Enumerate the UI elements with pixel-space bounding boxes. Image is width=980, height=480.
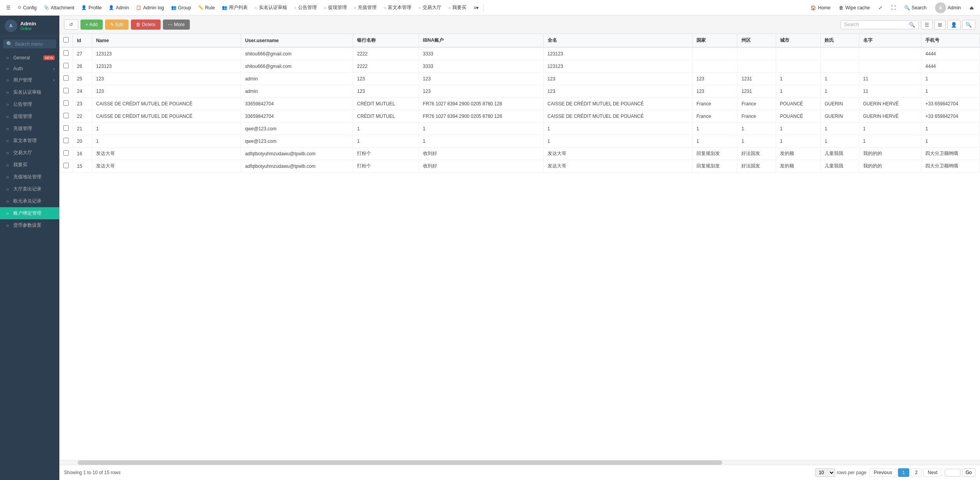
row-select-checkbox[interactable] [63, 88, 69, 93]
row-select-checkbox[interactable] [63, 138, 69, 143]
th-city: 城市 [776, 34, 820, 47]
nav-withdrawal[interactable]: ○ 提现管理 [321, 3, 350, 12]
cell-city [776, 60, 820, 73]
nav-announcement[interactable]: ○ 公告管理 [291, 3, 320, 12]
sidebar-item-richtext[interactable]: ○ 富文本管理 [0, 135, 59, 147]
nav-userlist[interactable]: 👥 用户列表 [219, 3, 251, 12]
row-select-checkbox[interactable] [63, 113, 69, 118]
sidebar-euro-records-icon: ○ [5, 199, 10, 204]
nav-search-top[interactable]: 🔍 Search [901, 4, 930, 12]
row-select-checkbox[interactable] [63, 100, 69, 106]
nav-group[interactable]: 👥 Group [168, 4, 194, 12]
row-select-checkbox[interactable] [63, 150, 69, 156]
cell-state: 1231 [737, 73, 776, 85]
edit-button[interactable]: ✎ Edit [105, 20, 129, 30]
nav-tradehall[interactable]: ○ 交易大厅 [415, 3, 444, 12]
row-checkbox [59, 85, 73, 98]
sidebar-buynow-icon: ○ [5, 162, 10, 168]
sidebar-search-container: 🔍 [3, 39, 56, 48]
row-select-checkbox[interactable] [63, 163, 69, 168]
grid-view-button[interactable]: ⊞ [934, 20, 946, 30]
sidebar-item-auth[interactable]: ○ Auth › [0, 63, 59, 74]
sidebar-item-announcement[interactable]: ○ 公告管理 [0, 98, 59, 110]
cell-fullname: 123 [543, 85, 692, 98]
nav-attachment[interactable]: 📎 Attachment [41, 4, 78, 12]
table-row: 23 CAISSE DE CRÉDIT MUTUEL DE POUANCÉ 33… [59, 98, 980, 110]
nav-home[interactable]: 🏠 Home [807, 4, 834, 12]
cell-ibna: FR76 1027 8394 2900 0205 8780 128 [419, 110, 543, 123]
sidebar-kyc-icon: ○ [5, 90, 10, 95]
sidebar-item-sell-records[interactable]: ○ 大厅卖出记录 [0, 183, 59, 195]
sidebar-item-account-binding[interactable]: ○ 账户绑定管理 [0, 207, 59, 219]
user-columns-button[interactable]: 👤 [947, 20, 960, 30]
cell-bank: 123 [353, 85, 419, 98]
list-view-button[interactable]: ☰ [921, 20, 933, 30]
search-columns-button[interactable]: 🔍 [962, 20, 975, 30]
sidebar-admin-status: Online [20, 27, 36, 31]
profile-icon: 👤 [81, 5, 87, 10]
sidebar-search-icon: 🔍 [6, 41, 12, 47]
next-page-button[interactable]: Next [923, 468, 942, 477]
nav-config[interactable]: ⚙ Config [14, 4, 40, 12]
withdrawal-icon: ○ [324, 5, 327, 10]
sidebar-item-kyc[interactable]: ○ 实名认证审核 [0, 86, 59, 98]
nav-rule[interactable]: 📏 Rule [195, 4, 218, 12]
sidebar-item-withdrawal[interactable]: ○ 提现管理 [0, 110, 59, 123]
sidebar-item-general[interactable]: ○ General NEW [0, 52, 59, 63]
hamburger-menu[interactable]: ☰ [3, 4, 14, 12]
nav-buynow[interactable]: ○ 我要买 [445, 3, 470, 12]
nav-profile[interactable]: 👤 Profile [78, 4, 105, 12]
page-go-button[interactable]: Go [962, 468, 975, 477]
table-search-icon[interactable]: 🔍 [909, 22, 915, 28]
row-select-checkbox[interactable] [63, 75, 69, 81]
cell-name: 发达大哥 [92, 160, 241, 172]
sidebar-item-recharge[interactable]: ○ 充值管理 [0, 123, 59, 135]
sidebar-item-user-management[interactable]: ○ 用户管理 › [0, 74, 59, 86]
nav-richtext[interactable]: ○ 富文本管理 [380, 3, 414, 12]
sidebar-item-euro-records[interactable]: ○ 欧元承兑记录 [0, 195, 59, 207]
delete-button[interactable]: 🗑 Delete [131, 20, 161, 30]
page-2-button[interactable]: 2 [911, 468, 922, 477]
cell-country: France [693, 110, 737, 123]
select-all-checkbox[interactable] [63, 37, 69, 43]
cell-country [693, 47, 737, 60]
table-search-input[interactable] [844, 22, 907, 27]
nav-wipe-cache[interactable]: 🗑 Wipe cache [836, 4, 873, 12]
sidebar-item-currency-settings[interactable]: ○ 货币参数设置 [0, 219, 59, 231]
more-button[interactable]: ⋯ More [163, 20, 190, 30]
page-go-input[interactable] [945, 469, 960, 476]
sidebar-item-recharge-address[interactable]: ○ 充值地址管理 [0, 171, 59, 183]
refresh-button[interactable]: ↺ [64, 20, 78, 30]
cell-bank: 打粉个 [353, 160, 419, 172]
sidebar-item-buynow[interactable]: ○ 我要买 [0, 159, 59, 171]
sidebar-item-tradehall[interactable]: ○ 交易大厅 [0, 147, 59, 159]
nav-logout[interactable]: ⏏ [966, 4, 977, 12]
nav-fullscreen[interactable]: ⛶ [888, 4, 899, 12]
cell-bank: 1 [353, 123, 419, 135]
cell-bank: 2222 [353, 60, 419, 73]
rows-per-page-select[interactable]: 10 20 50 100 [815, 468, 835, 477]
nav-more-dropdown[interactable]: ≡▾ [470, 4, 482, 12]
nav-admin-log[interactable]: 📋 Admin log [133, 4, 167, 12]
cell-phone: +33 659842704 [921, 110, 980, 123]
row-select-checkbox[interactable] [63, 125, 69, 131]
prev-page-button[interactable]: Previous [869, 468, 896, 477]
row-select-checkbox[interactable] [63, 50, 69, 56]
add-button[interactable]: + Add [80, 20, 103, 30]
row-select-checkbox[interactable] [63, 63, 69, 68]
table-scroll-bar[interactable] [59, 460, 980, 465]
nav-admin[interactable]: 👤 Admin [105, 4, 132, 12]
user-management-icon: ○ [5, 78, 10, 83]
nav-expand[interactable]: ⤢ [875, 4, 885, 12]
cell-id: 20 [73, 135, 92, 148]
nav-kyc[interactable]: ○ 实名认证审核 [252, 3, 290, 12]
sidebar-search-input[interactable] [15, 41, 53, 47]
cell-city: 发的额 [776, 160, 820, 172]
nav-admin-user[interactable]: A Admin [932, 1, 964, 15]
page-1-button[interactable]: 1 [898, 468, 909, 477]
cell-fullname: 发达大哥 [543, 160, 692, 172]
toolbar-view-icons: ☰ ⊞ 👤 🔍 [921, 20, 975, 30]
cell-lastname [821, 47, 859, 60]
cell-fullname: 123 [543, 73, 692, 85]
nav-recharge[interactable]: ○ 充值管理 [351, 3, 380, 12]
